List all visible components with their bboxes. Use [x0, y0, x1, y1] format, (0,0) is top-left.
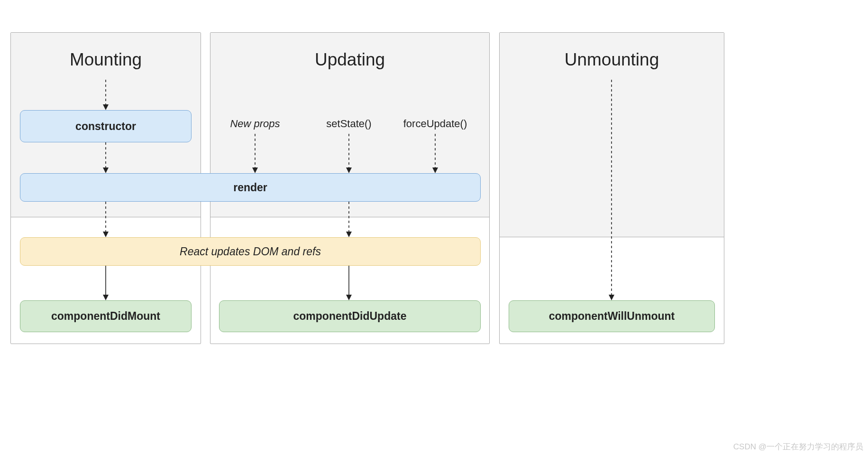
node-will-unmount: componentWillUnmount: [509, 300, 715, 332]
trigger-setstate: setState(): [316, 118, 382, 130]
trigger-new-props: New props: [222, 118, 288, 130]
column-unmounting: Unmounting: [499, 32, 724, 344]
column-title-unmounting: Unmounting: [500, 50, 724, 70]
node-did-mount: componentDidMount: [20, 300, 192, 332]
trigger-forceupdate: forceUpdate(): [397, 118, 473, 130]
column-title-updating: Updating: [210, 50, 489, 70]
node-dom-update: React updates DOM and refs: [20, 237, 481, 266]
node-did-update: componentDidUpdate: [219, 300, 481, 332]
column-title-mounting: Mounting: [11, 50, 201, 70]
node-constructor: constructor: [20, 110, 192, 142]
watermark: CSDN @一个正在努力学习的程序员: [733, 441, 863, 452]
node-render: render: [20, 173, 481, 202]
